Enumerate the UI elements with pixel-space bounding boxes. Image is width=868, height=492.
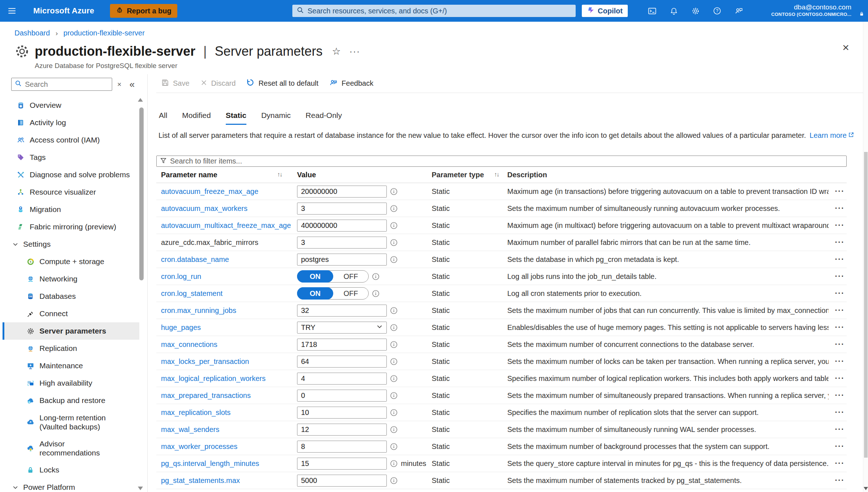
- sidebar-item-backup-and-restore[interactable]: Backup and restore: [3, 392, 139, 409]
- copilot-button[interactable]: Copilot: [582, 5, 628, 17]
- row-menu-button[interactable]: ···: [829, 459, 847, 468]
- row-menu-button[interactable]: ···: [829, 272, 847, 281]
- value-input[interactable]: [297, 441, 387, 453]
- sidebar-item-advisor[interactable]: Advisor recommendations: [3, 435, 139, 461]
- report-a-bug-button[interactable]: Report a bug: [110, 4, 177, 18]
- sidebar-item-tags[interactable]: Tags: [3, 149, 139, 166]
- row-menu-button[interactable]: ···: [829, 374, 847, 383]
- account-info[interactable]: dba@contoso.com CONTOSO (CONTOSO.ONMICRO…: [771, 3, 851, 17]
- parameter-name-link[interactable]: max_wal_senders: [161, 425, 219, 434]
- value-input[interactable]: [297, 373, 387, 385]
- row-menu-button[interactable]: ···: [829, 391, 847, 400]
- value-input[interactable]: [297, 390, 387, 402]
- info-icon[interactable]: [390, 341, 398, 348]
- value-input[interactable]: [297, 339, 387, 351]
- row-menu-button[interactable]: ···: [829, 442, 847, 451]
- info-icon[interactable]: [390, 222, 398, 229]
- parameter-name-link[interactable]: pg_qs.interval_length_minutes: [161, 459, 259, 468]
- sidebar-item-activity-log[interactable]: Activity log: [3, 114, 139, 131]
- filter-items-input[interactable]: Search to filter items...: [156, 156, 847, 167]
- tab-modified[interactable]: Modified: [182, 111, 211, 125]
- info-icon[interactable]: [390, 358, 398, 365]
- value-input[interactable]: [297, 475, 387, 487]
- learn-more-link[interactable]: Learn more: [810, 131, 854, 140]
- row-menu-button[interactable]: ···: [829, 306, 847, 315]
- parameter-name-link[interactable]: autovacuum_freeze_max_age: [161, 187, 258, 196]
- sidebar-group-power-platform[interactable]: Power Platform: [3, 479, 139, 492]
- close-blade-icon[interactable]: ×: [842, 41, 849, 54]
- sidebar-item-locks[interactable]: Locks: [3, 461, 139, 479]
- global-search-input[interactable]: Search resources, services, and docs (G+…: [292, 5, 576, 17]
- info-icon[interactable]: [390, 409, 398, 416]
- sidebar-item-migration[interactable]: Migration: [3, 201, 139, 218]
- sidebar-item-databases[interactable]: DB Databases: [3, 288, 139, 305]
- info-icon[interactable]: [372, 273, 380, 280]
- value-input[interactable]: [297, 220, 387, 232]
- info-icon[interactable]: [390, 205, 398, 212]
- row-menu-button[interactable]: ···: [829, 187, 847, 196]
- parameter-name-link[interactable]: max_prepared_transactions: [161, 391, 251, 400]
- info-icon[interactable]: [390, 239, 398, 246]
- sidebar-scroll-down-icon[interactable]: [138, 487, 143, 490]
- sidebar-item-compute-storage[interactable]: $ Compute + storage: [3, 253, 139, 270]
- sidebar-item-fabric-mirroring-preview[interactable]: Fabric mirroring (preview): [3, 218, 139, 236]
- info-icon[interactable]: [390, 443, 398, 450]
- parameter-name-link[interactable]: cron.database_name: [161, 255, 229, 264]
- notifications-bell-icon[interactable]: [663, 0, 685, 22]
- help-icon[interactable]: ?: [706, 0, 728, 22]
- sidebar-collapse-icon[interactable]: «: [130, 79, 135, 90]
- sidebar-item-long-term-retention[interactable]: Long-term retention (Vaulted backups): [3, 409, 139, 435]
- sidebar-item-replication[interactable]: Replication: [3, 340, 139, 357]
- header-parameter-name[interactable]: Parameter name ↑↓: [156, 171, 297, 179]
- toggle-off-label[interactable]: OFF: [333, 272, 368, 281]
- value-input[interactable]: [297, 305, 387, 317]
- row-menu-button[interactable]: ···: [829, 408, 847, 417]
- row-menu-button[interactable]: ···: [829, 255, 847, 264]
- sidebar-item-connect[interactable]: Connect: [3, 305, 139, 322]
- tab-dynamic[interactable]: Dynamic: [261, 111, 291, 125]
- row-menu-button[interactable]: ···: [829, 221, 847, 230]
- page-scroll-down-icon[interactable]: [864, 487, 868, 490]
- value-input[interactable]: [297, 237, 387, 249]
- favorite-star-icon[interactable]: ☆: [332, 46, 341, 57]
- sidebar-search-input[interactable]: Search: [11, 78, 112, 91]
- sort-icon[interactable]: ↑↓: [277, 171, 282, 178]
- sidebar-item-server-parameters[interactable]: Server parameters: [3, 322, 139, 340]
- toggle-on-label[interactable]: ON: [297, 270, 333, 283]
- sidebar-scrollbar-thumb[interactable]: [139, 107, 144, 280]
- tab-all[interactable]: All: [159, 111, 167, 125]
- value-input[interactable]: [297, 458, 387, 470]
- toggle-off-label[interactable]: OFF: [333, 289, 368, 298]
- sidebar-item-resource-visualizer[interactable]: Resource visualizer: [3, 183, 139, 201]
- parameter-name-link[interactable]: autovacuum_multixact_freeze_max_age: [161, 221, 291, 230]
- value-toggle[interactable]: ON OFF: [297, 287, 369, 300]
- sidebar-item-diagnose-and-solve-problems[interactable]: Diagnose and solve problems: [3, 166, 139, 183]
- row-menu-button[interactable]: ···: [829, 476, 847, 485]
- row-menu-button[interactable]: ···: [829, 340, 847, 349]
- breadcrumb-current-link[interactable]: production-flexible-server: [63, 29, 145, 37]
- value-input[interactable]: [297, 254, 387, 266]
- info-icon[interactable]: [390, 324, 398, 331]
- tab-static[interactable]: Static: [226, 111, 246, 125]
- row-menu-button[interactable]: ···: [829, 238, 847, 247]
- settings-gear-icon[interactable]: [685, 0, 706, 22]
- page-scrollbar-thumb[interactable]: [864, 152, 868, 458]
- info-icon[interactable]: [372, 290, 380, 297]
- parameter-name-link[interactable]: cron.log_run: [161, 272, 201, 281]
- parameter-name-link[interactable]: max_worker_processes: [161, 442, 237, 451]
- discard-button[interactable]: Discard: [200, 79, 236, 88]
- feedback-button[interactable]: Feedback: [329, 79, 373, 89]
- sidebar-item-access-control-iam[interactable]: Access control (IAM): [3, 131, 139, 149]
- sidebar-item-high-availability[interactable]: High availability: [3, 374, 139, 392]
- toggle-on-label[interactable]: ON: [297, 287, 333, 300]
- info-icon[interactable]: [390, 307, 398, 314]
- info-icon[interactable]: [390, 392, 398, 399]
- breadcrumb-dashboard-link[interactable]: Dashboard: [14, 29, 50, 37]
- parameter-name-link[interactable]: huge_pages: [161, 323, 201, 332]
- info-icon[interactable]: [390, 375, 398, 382]
- info-icon[interactable]: [390, 460, 398, 467]
- row-menu-button[interactable]: ···: [829, 204, 847, 213]
- sidebar-search-clear-icon[interactable]: ×: [117, 80, 122, 89]
- header-parameter-type[interactable]: Parameter type ↑↓: [432, 171, 507, 179]
- sort-icon[interactable]: ↑↓: [494, 171, 499, 178]
